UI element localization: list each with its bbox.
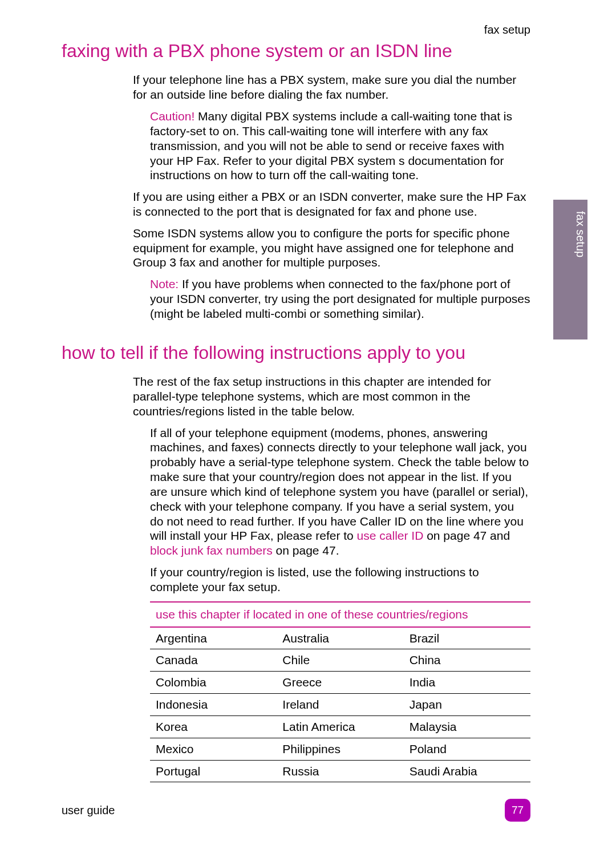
footer-left-text: user guide [62,803,115,818]
country-cell: Malaysia [404,715,530,738]
paragraph: The rest of the fax setup instructions i… [133,374,530,418]
country-cell: Brazil [404,627,530,649]
paragraph-with-links: If all of your telephone equipment (mode… [150,426,530,558]
country-cell: Indonesia [150,694,277,716]
country-cell: Russia [277,760,403,782]
note-text: If you have problems when connected to t… [150,277,530,320]
country-cell: Poland [404,738,530,760]
country-cell: Korea [150,715,277,738]
table-row: Argentina Australia Brazil [150,627,530,649]
paragraph: Some ISDN systems allow you to configure… [133,226,530,270]
countries-table: use this chapter if located in one of th… [150,601,530,783]
page-footer: user guide 77 [62,799,530,822]
text-segment: If all of your telephone equipment (mode… [150,426,529,543]
country-cell: Saudi Arabia [404,760,530,782]
caution-text: Many digital PBX systems include a call-… [150,110,512,181]
country-cell: Portugal [150,760,277,782]
country-cell: Philippines [277,738,403,760]
paragraph: If your telephone line has a PBX system,… [133,72,530,102]
page-content: faxing with a PBX phone system or an ISD… [0,0,616,782]
paragraph: If your country/region is listed, use th… [150,565,530,595]
link-use-caller-id[interactable]: use caller ID [357,529,424,542]
side-tab-fax-setup: fax setup [553,200,587,339]
countries-table-wrap: use this chapter if located in one of th… [150,601,530,783]
note-block: Note: If you have problems when connecte… [150,277,530,321]
country-cell: Ireland [277,694,403,716]
heading-instructions-apply: how to tell if the following instruction… [62,342,530,364]
table-row: Mexico Philippines Poland [150,738,530,760]
caution-block: Caution! Many digital PBX systems includ… [150,109,530,183]
paragraph: If you are using either a PBX or an ISDN… [133,189,530,219]
country-cell: Japan [404,694,530,716]
country-cell: Greece [277,672,403,694]
country-cell: Colombia [150,672,277,694]
caution-label: Caution! [150,110,194,123]
table-row: Canada Chile China [150,649,530,672]
note-label: Note: [150,277,179,290]
country-cell: China [404,649,530,672]
table-row: Korea Latin America Malaysia [150,715,530,738]
table-row: Indonesia Ireland Japan [150,694,530,716]
country-cell: India [404,672,530,694]
country-cell: Mexico [150,738,277,760]
page-number-badge: 77 [505,799,530,822]
table-row: Colombia Greece India [150,672,530,694]
country-cell: Argentina [150,627,277,649]
country-cell: Chile [277,649,403,672]
link-block-junk-fax[interactable]: block junk fax numbers [150,544,273,557]
heading-pbx-isdn: faxing with a PBX phone system or an ISD… [62,40,530,62]
table-header: use this chapter if located in one of th… [150,602,530,627]
country-cell: Latin America [277,715,403,738]
text-segment: on page 47. [273,544,339,557]
country-cell: Canada [150,649,277,672]
table-row: Portugal Russia Saudi Arabia [150,760,530,782]
text-segment: on page 47 and [423,529,510,542]
country-cell: Australia [277,627,403,649]
running-header: fax setup [484,23,530,37]
